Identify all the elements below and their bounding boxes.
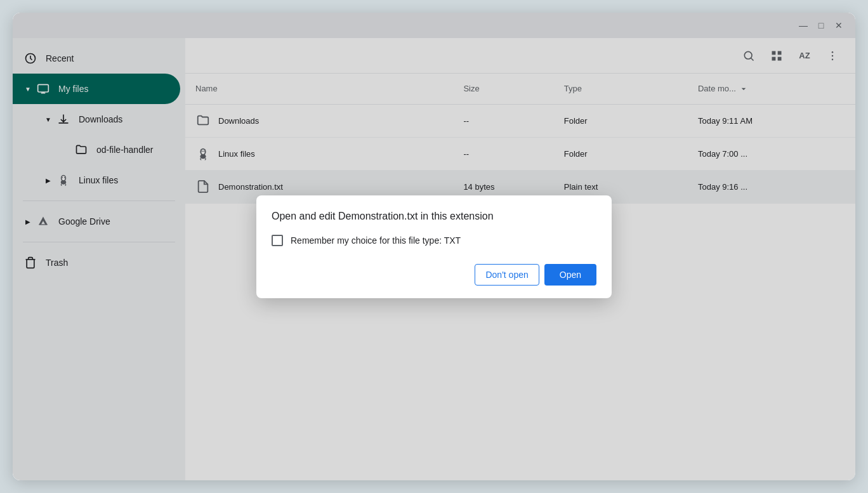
remember-choice-label: Remember my choice for this file type: T… [291, 235, 461, 246]
app-window: — □ ✕ Recent ▼ [13, 13, 855, 480]
dialog-overlay: Open and edit Demonstration.txt in this … [13, 13, 855, 480]
dont-open-button[interactable]: Don't open [475, 264, 539, 286]
dialog-title: Open and edit Demonstration.txt in this … [272, 211, 596, 222]
dialog-actions: Don't open Open [272, 264, 596, 286]
dialog-checkbox-row: Remember my choice for this file type: T… [272, 235, 596, 246]
open-button[interactable]: Open [544, 264, 596, 286]
remember-choice-checkbox[interactable] [272, 235, 283, 246]
open-file-dialog: Open and edit Demonstration.txt in this … [256, 195, 612, 298]
